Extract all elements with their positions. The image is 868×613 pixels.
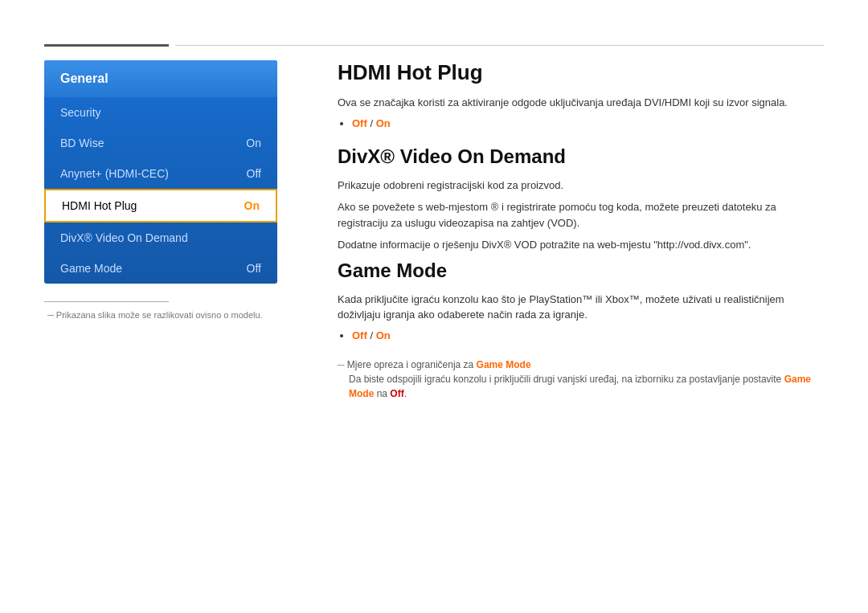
sidebar-item-game-mode[interactable]: Game Mode Off bbox=[44, 253, 277, 284]
divx-desc3: Dodatne informacije o rješenju DivX® VOD… bbox=[338, 237, 824, 253]
sidebar-item-divx[interactable]: DivX® Video On Demand bbox=[44, 223, 277, 253]
sidebar-item-label: Game Mode bbox=[60, 262, 122, 275]
hdmi-bullet-off: Off bbox=[352, 117, 367, 129]
hdmi-bullet-on: On bbox=[376, 117, 391, 129]
divx-section: DivX® Video On Demand Prikazuje odobreni… bbox=[338, 145, 824, 253]
game-mode-on: On bbox=[376, 329, 391, 341]
hdmi-bullet-separator: / bbox=[367, 117, 376, 129]
divx-title: DivX® Video On Demand bbox=[338, 145, 824, 168]
hdmi-hot-plug-section: HDMI Hot Plug Ova se značajka koristi za… bbox=[338, 60, 824, 129]
hdmi-hot-plug-desc: Ova se značajka koristi za aktiviranje o… bbox=[338, 95, 824, 111]
game-mode-sep: / bbox=[367, 329, 376, 341]
top-dividers bbox=[44, 44, 824, 47]
sidebar: General Security BD Wise On Anynet+ (HDM… bbox=[44, 60, 277, 284]
hdmi-bullet-list: Off / On bbox=[352, 117, 824, 129]
game-mode-note1: Mjere opreza i ograničenja za Game Mode bbox=[338, 358, 824, 372]
sidebar-note: Prikazana slika može se razlikovati ovis… bbox=[44, 310, 277, 320]
divider-long bbox=[175, 45, 824, 46]
divx-desc2: Ako se povežete s web-mjestom ® i regist… bbox=[338, 199, 824, 231]
divx-desc1: Prikazuje odobreni registracijski kod za… bbox=[338, 178, 824, 194]
game-mode-note2-middle: na bbox=[374, 388, 390, 399]
sidebar-note-area: Prikazana slika može se razlikovati ovis… bbox=[44, 301, 277, 320]
hdmi-bullet-item: Off / On bbox=[352, 117, 824, 129]
sidebar-item-hdmi-hot-plug[interactable]: HDMI Hot Plug On bbox=[44, 189, 277, 223]
game-mode-bullet-list: Off / On bbox=[352, 329, 824, 341]
sidebar-item-bdwise[interactable]: BD Wise On bbox=[44, 128, 277, 158]
sidebar-item-value: On bbox=[246, 137, 261, 149]
sidebar-item-value: Off bbox=[247, 167, 261, 180]
sidebar-note-divider bbox=[44, 301, 169, 302]
sidebar-item-value: Off bbox=[247, 262, 261, 275]
sidebar-item-anynet[interactable]: Anynet+ (HDMI-CEC) Off bbox=[44, 158, 277, 189]
sidebar-item-label: HDMI Hot Plug bbox=[62, 199, 137, 212]
sidebar-item-label: Anynet+ (HDMI-CEC) bbox=[60, 167, 169, 180]
game-mode-off: Off bbox=[352, 329, 367, 341]
sidebar-item-label: BD Wise bbox=[60, 137, 104, 149]
game-mode-bullet-item: Off / On bbox=[352, 329, 824, 341]
game-mode-desc: Kada priključite igraću konzolu kao što … bbox=[338, 292, 824, 323]
game-mode-note1-prefix: Mjere opreza i ograničenja za bbox=[347, 359, 477, 370]
main-content: HDMI Hot Plug Ova se značajka koristi za… bbox=[338, 60, 824, 401]
game-mode-note1-highlight: Game Mode bbox=[477, 359, 531, 370]
sidebar-item-value: On bbox=[244, 199, 260, 212]
sidebar-item-security[interactable]: Security bbox=[44, 97, 277, 128]
game-mode-note2: Da biste odspojili igraću konzolu i prik… bbox=[349, 372, 824, 401]
game-mode-title: Game Mode bbox=[338, 260, 824, 282]
sidebar-item-label: DivX® Video On Demand bbox=[60, 231, 188, 244]
game-mode-note2-h2: Off bbox=[390, 388, 403, 399]
sidebar-item-label: Security bbox=[60, 106, 101, 119]
hdmi-hot-plug-title: HDMI Hot Plug bbox=[338, 60, 824, 85]
game-mode-note2-suffix: . bbox=[404, 388, 407, 399]
sidebar-header: General bbox=[44, 60, 277, 97]
game-mode-section: Game Mode Kada priključite igraću konzol… bbox=[338, 260, 824, 401]
divider-short bbox=[44, 44, 169, 47]
game-mode-note2-prefix: Da biste odspojili igraću konzolu i prik… bbox=[349, 374, 784, 385]
